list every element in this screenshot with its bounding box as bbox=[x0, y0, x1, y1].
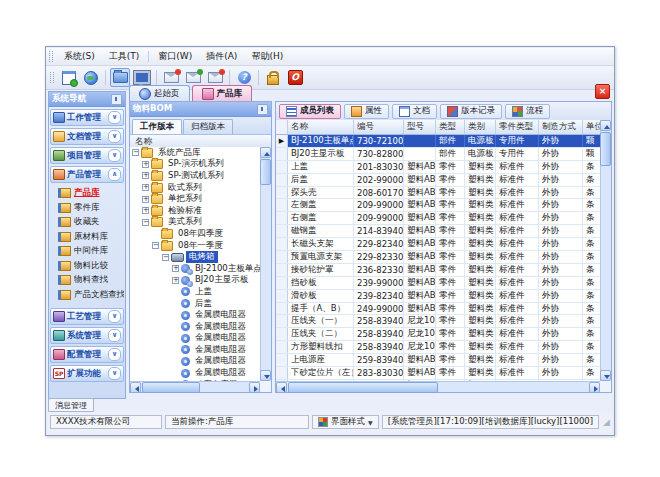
menu-item-4[interactable]: 插件(A) bbox=[199, 48, 244, 65]
menu-item-1[interactable]: 系统(S) bbox=[57, 48, 102, 65]
message-tab[interactable]: 消息管理 bbox=[48, 398, 94, 412]
column-header-编号[interactable]: 编号 bbox=[354, 120, 404, 134]
table-row[interactable]: 压线夹（一）258-839401-00X尼龙1010零件塑料类标准件外协条 bbox=[276, 315, 600, 328]
pin-icon[interactable] bbox=[111, 94, 122, 105]
toolbar-button-globe[interactable] bbox=[81, 68, 101, 87]
close-tab-button[interactable]: × bbox=[595, 84, 610, 99]
chevron-down-icon[interactable]: ∨ bbox=[108, 111, 121, 124]
scroll-down-icon[interactable] bbox=[260, 370, 271, 381]
tree-horizontal-scrollbar[interactable] bbox=[130, 381, 260, 392]
scroll-up-icon[interactable] bbox=[260, 147, 271, 158]
tree-node-金属膜电阻器[interactable]: 金属膜电阻器 bbox=[130, 309, 260, 321]
sidebar-item-原材料库[interactable]: 原材料库 bbox=[50, 230, 124, 245]
scroll-thumb[interactable] bbox=[142, 382, 200, 393]
tree-node-电烤箱[interactable]: −电烤箱 bbox=[130, 251, 260, 263]
expand-icon[interactable]: + bbox=[172, 277, 179, 284]
table-row[interactable]: 探头壳208-601701-01X塑料ABS零件塑料类标准件外协条 bbox=[276, 187, 600, 200]
menu-item-3[interactable]: 窗口(W) bbox=[151, 48, 199, 65]
nav-group-工作管理[interactable]: 工作管理∨ bbox=[50, 109, 124, 126]
table-row[interactable]: 压线夹（二）258-839402-00X尼龙1010零件塑料类标准件外协条 bbox=[276, 328, 600, 341]
tree-node-检验标准[interactable]: +检验标准 bbox=[130, 205, 260, 217]
column-header-零件类型[interactable]: 零件类型 bbox=[496, 120, 539, 134]
tree-vertical-scrollbar[interactable] bbox=[260, 147, 271, 381]
tab-文档[interactable]: 文档 bbox=[392, 104, 437, 119]
tree-node-金属膜电阻器[interactable]: 金属膜电阻器 bbox=[130, 321, 260, 333]
toolbar-grip[interactable] bbox=[50, 72, 54, 83]
grid-horizontal-scrollbar[interactable] bbox=[276, 381, 600, 392]
column-header-型号[interactable]: 型号 bbox=[404, 120, 436, 134]
table-row[interactable]: ▶BJ-2100主板单点730-721000-12X部件电源板专用件外协颗 bbox=[276, 135, 600, 148]
toolbar-button-form[interactable] bbox=[59, 68, 79, 87]
expand-icon[interactable]: + bbox=[142, 161, 149, 168]
nav-group-文档管理[interactable]: 文档管理∨ bbox=[50, 128, 124, 145]
expand-icon[interactable]: + bbox=[142, 172, 149, 179]
tree-node-系统产品库[interactable]: −系统产品库 bbox=[130, 147, 260, 159]
column-header-名称[interactable]: 名称 bbox=[288, 120, 354, 134]
tab-归档版本[interactable]: 归档版本 bbox=[183, 119, 233, 134]
scroll-thumb[interactable] bbox=[260, 159, 271, 185]
sidebar-item-物料查找[interactable]: 物料查找 bbox=[50, 273, 124, 288]
collapse-icon[interactable]: − bbox=[152, 242, 159, 249]
tree-node-单把系列[interactable]: +单把系列 bbox=[130, 193, 260, 205]
collapse-icon[interactable]: − bbox=[132, 149, 139, 156]
scroll-down-icon[interactable] bbox=[600, 370, 611, 381]
expand-icon[interactable]: + bbox=[142, 207, 149, 214]
tree-node-金属膜电阻器[interactable]: 金属膜电阻器 bbox=[130, 367, 260, 379]
menu-item-2[interactable]: 工具(T) bbox=[102, 48, 147, 65]
scroll-thumb[interactable] bbox=[600, 132, 611, 166]
sidebar-item-收藏夹[interactable]: 收藏夹 bbox=[50, 215, 124, 230]
menu-item-5[interactable]: 帮助(H) bbox=[244, 48, 290, 65]
tree-node-金属膜电阻器[interactable]: 金属膜电阻器 bbox=[130, 333, 260, 345]
tab-产品库[interactable]: 产品库 bbox=[192, 85, 253, 101]
table-row[interactable]: 右侧盖209-990002-01X塑料ABS零件塑料类标准件外协条 bbox=[276, 212, 600, 225]
tab-流程[interactable]: 流程 bbox=[505, 104, 550, 119]
tab-版本记录[interactable]: 版本记录 bbox=[440, 104, 502, 119]
scroll-right-icon[interactable] bbox=[589, 382, 600, 393]
tree-node-BJ-2100主板单点[interactable]: +BJ-2100主板单点 bbox=[130, 263, 260, 275]
menubar-grip[interactable] bbox=[49, 51, 53, 62]
expand-icon[interactable]: + bbox=[172, 265, 179, 272]
sidebar-item-中间件库[interactable]: 中间件库 bbox=[50, 244, 124, 259]
table-row[interactable]: 下砂定位片（左）283-830301-00X塑料ABS零件塑料类标准件外协条 bbox=[276, 367, 600, 380]
nav-group-产品管理[interactable]: 产品管理∧ bbox=[50, 166, 124, 183]
sidebar-item-产品库[interactable]: 产品库 bbox=[50, 186, 124, 201]
table-row[interactable]: 预置电源支架229-823302-00X塑料ABS零件塑料类标准件外协条 bbox=[276, 251, 600, 264]
sidebar-item-物料比较[interactable]: 物料比较 bbox=[50, 259, 124, 274]
table-row[interactable]: 磁钢盖214-839404-01X塑料ABS零件塑料类标准件外协条 bbox=[276, 225, 600, 238]
nav-group-系统管理[interactable]: 系统管理∨ bbox=[50, 327, 124, 344]
scroll-right-icon[interactable] bbox=[249, 382, 260, 393]
chevron-down-icon[interactable]: ∨ bbox=[108, 310, 121, 323]
nav-group-项目管理[interactable]: 项目管理∨ bbox=[50, 147, 124, 164]
table-row[interactable]: 左侧盖209-990001-01X塑料ABS零件塑料类标准件外协条 bbox=[276, 199, 600, 212]
tree-node-后盖[interactable]: 后盖 bbox=[130, 298, 260, 310]
scroll-left-icon[interactable] bbox=[130, 382, 141, 393]
table-row[interactable]: BJ20主显示板730-828000-04X部件电源板专用件外协颗 bbox=[276, 148, 600, 161]
nav-group-工艺管理[interactable]: 工艺管理∨ bbox=[50, 308, 124, 325]
column-header-类型[interactable]: 类型 bbox=[436, 120, 465, 134]
tab-成员列表[interactable]: 成员列表 bbox=[279, 104, 341, 119]
chevron-down-icon[interactable]: ∨ bbox=[108, 367, 121, 380]
table-row[interactable]: 提手（A、B）249-990001-01X塑料ABS零件塑料类标准件外协条 bbox=[276, 303, 600, 316]
tree-node-BJ20主显示板[interactable]: +BJ20主显示板 bbox=[130, 275, 260, 287]
column-header-类别[interactable]: 类别 bbox=[465, 120, 496, 134]
chevron-up-icon[interactable]: ∧ bbox=[108, 168, 121, 181]
sidebar-item-产品文档查找[interactable]: 产品文档查找 bbox=[50, 288, 124, 303]
expand-icon[interactable]: + bbox=[142, 196, 149, 203]
table-row[interactable]: 接砂轮护罩236-823301-00X塑料ABS零件塑料类标准件外协条 bbox=[276, 264, 600, 277]
expand-icon[interactable]: + bbox=[142, 184, 149, 191]
table-row[interactable]: 长磁头支架229-823401-00X塑料ABS零件塑料类标准件外协条 bbox=[276, 238, 600, 251]
tree-node-金属膜电阻器[interactable]: 金属膜电阻器 bbox=[130, 344, 260, 356]
table-row[interactable]: 后盖202-990002-01X塑料ABS零件塑料类标准件外协条 bbox=[276, 174, 600, 187]
chevron-down-icon[interactable]: ∨ bbox=[108, 348, 121, 361]
chevron-down-icon[interactable]: ∨ bbox=[108, 329, 121, 342]
collapse-icon[interactable]: − bbox=[142, 219, 149, 226]
pin-icon[interactable] bbox=[257, 104, 268, 115]
nav-group-扩展功能[interactable]: SP扩展功能∨ bbox=[50, 365, 124, 382]
table-row[interactable]: 滑砂板239-823401-00X塑料ABS零件塑料类标准件外协条 bbox=[276, 290, 600, 303]
table-row[interactable]: 上盖201-830302-00X塑料ABS零件塑料类标准件外协条 bbox=[276, 161, 600, 174]
grid-vertical-scrollbar[interactable] bbox=[600, 120, 611, 381]
tree-node-金属膜电阻器[interactable]: 金属膜电阻器 bbox=[130, 356, 260, 368]
nav-group-配置管理[interactable]: 配置管理∨ bbox=[50, 346, 124, 363]
tab-起始页[interactable]: 起始页 bbox=[129, 85, 190, 101]
scroll-left-icon[interactable] bbox=[276, 382, 287, 393]
